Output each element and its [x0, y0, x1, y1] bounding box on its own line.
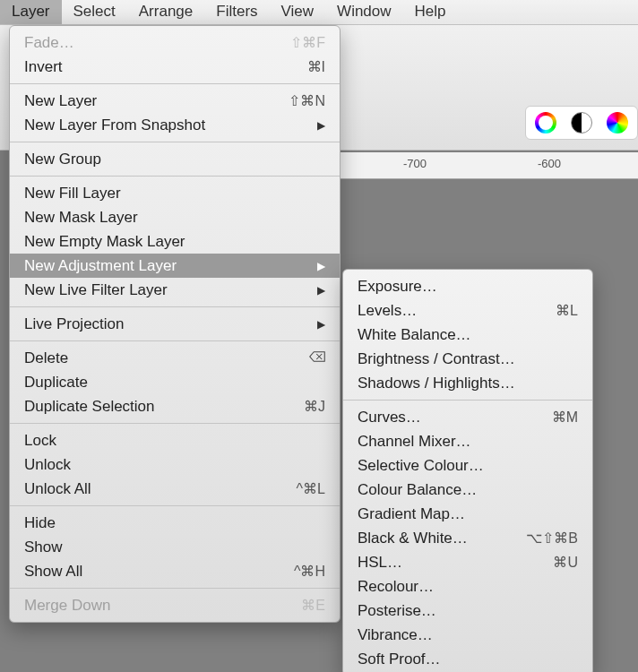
submenu-item-gradient-map[interactable]: Gradient Map…	[343, 502, 592, 526]
submenu-item-colour-balance[interactable]: Colour Balance…	[343, 478, 592, 502]
menu-item-new-layer[interactable]: New Layer⇧⌘N	[10, 89, 340, 113]
separator	[10, 306, 340, 307]
menu-item-label: Show	[24, 538, 325, 556]
menu-item-label: Hide	[24, 514, 325, 532]
separator	[10, 588, 340, 589]
color-solid-icon[interactable]	[607, 112, 628, 134]
menu-item-label: New Mask Layer	[24, 209, 325, 227]
menu-item-label: HSL…	[358, 554, 553, 572]
ruler-tick: -700	[403, 157, 427, 170]
menu-item-label: Duplicate	[24, 374, 325, 392]
menu-item-label: Lock	[24, 432, 325, 450]
new-adjustment-layer-submenu: Exposure…Levels…⌘LWhite Balance…Brightne…	[342, 269, 593, 672]
menu-item-new-fill-layer[interactable]: New Fill Layer	[10, 181, 340, 205]
menu-item-duplicate-selection[interactable]: Duplicate Selection⌘J	[10, 394, 340, 418]
submenu-item-shadows-highlights[interactable]: Shadows / Highlights…	[343, 371, 592, 395]
layer-menu: Fade…⇧⌘FInvert⌘INew Layer⇧⌘NNew Layer Fr…	[9, 25, 341, 623]
menubar-item-view[interactable]: View	[270, 0, 326, 24]
shortcut-label: ⇧⌘N	[289, 92, 325, 109]
menu-item-hide[interactable]: Hide	[10, 511, 340, 535]
submenu-item-vibrance[interactable]: Vibrance…	[343, 623, 592, 647]
submenu-item-hsl[interactable]: HSL…⌘U	[343, 550, 592, 574]
submenu-item-curves[interactable]: Curves…⌘M	[343, 405, 592, 429]
menu-item-show-all[interactable]: Show All^⌘H	[10, 559, 340, 583]
menu-item-label: Recolour…	[358, 578, 578, 596]
menu-item-show[interactable]: Show	[10, 535, 340, 559]
submenu-item-recolour[interactable]: Recolour…	[343, 574, 592, 599]
shortcut-label: ⌘U	[553, 554, 578, 571]
submenu-arrow-icon: ▶	[317, 119, 325, 132]
menu-item-new-group[interactable]: New Group	[10, 147, 340, 171]
menu-item-label: New Layer From Snapshot	[24, 116, 310, 134]
menu-item-lock[interactable]: Lock	[10, 428, 340, 452]
menubar-item-window[interactable]: Window	[325, 0, 402, 24]
shortcut-label: ⌘E	[301, 597, 325, 614]
submenu-item-black-white[interactable]: Black & White…⌥⇧⌘B	[343, 526, 592, 550]
menu-item-label: Delete	[24, 349, 309, 367]
separator	[10, 505, 340, 506]
menu-item-unlock[interactable]: Unlock	[10, 452, 340, 477]
menu-item-unlock-all[interactable]: Unlock All^⌘L	[10, 477, 340, 501]
submenu-item-white-balance[interactable]: White Balance…	[343, 323, 592, 347]
menu-item-label: Duplicate Selection	[24, 398, 304, 416]
menu-item-label: Show All	[24, 563, 294, 581]
submenu-item-posterise[interactable]: Posterise…	[343, 599, 592, 623]
menu-item-label: Live Projection	[24, 315, 310, 333]
menu-item-label: Posterise…	[358, 602, 578, 620]
menu-item-label: New Fill Layer	[24, 185, 325, 202]
menu-item-label: Vibrance…	[358, 626, 578, 644]
shortcut-label: ^⌘L	[297, 480, 325, 497]
menu-item-label: Merge Down	[24, 597, 301, 615]
menu-item-label: Fade…	[24, 34, 290, 52]
menubar-item-help[interactable]: Help	[403, 0, 458, 24]
menu-item-duplicate[interactable]: Duplicate	[10, 370, 340, 394]
menu-item-label: Colour Balance…	[358, 481, 578, 499]
menu-item-merge-down: Merge Down⌘E	[10, 593, 340, 617]
color-wheel-icon[interactable]	[535, 112, 556, 134]
bw-icon[interactable]	[571, 112, 592, 134]
menu-item-label: New Empty Mask Layer	[24, 233, 325, 251]
separator	[10, 83, 340, 84]
menu-item-label: Levels…	[358, 302, 556, 320]
menu-item-label: New Layer	[24, 92, 289, 110]
submenu-item-selective-colour[interactable]: Selective Colour…	[343, 453, 592, 478]
submenu-item-channel-mixer[interactable]: Channel Mixer…	[343, 429, 592, 453]
menu-item-new-live-filter-layer[interactable]: New Live Filter Layer▶	[10, 278, 340, 302]
shortcut-label: ⌘M	[552, 409, 578, 426]
shortcut-label: ^⌘H	[294, 563, 325, 580]
submenu-arrow-icon: ▶	[317, 318, 325, 331]
menu-item-label: Gradient Map…	[358, 505, 578, 523]
submenu-item-levels[interactable]: Levels…⌘L	[343, 298, 592, 323]
menu-item-delete[interactable]: Delete	[10, 346, 340, 370]
menu-item-label: New Live Filter Layer	[24, 281, 310, 299]
separator	[10, 142, 340, 142]
menu-item-label: Selective Colour…	[358, 457, 578, 475]
menu-item-label: Unlock	[24, 456, 325, 474]
menu-item-label: Brightness / Contrast…	[358, 350, 578, 368]
menu-item-live-projection[interactable]: Live Projection▶	[10, 312, 340, 336]
menu-item-label: Invert	[24, 58, 307, 76]
delete-icon	[309, 350, 325, 366]
menu-item-new-mask-layer[interactable]: New Mask Layer	[10, 205, 340, 229]
menu-item-new-layer-from-snapshot[interactable]: New Layer From Snapshot▶	[10, 113, 340, 137]
shortcut-label: ⌥⇧⌘B	[526, 530, 578, 547]
menu-item-label: Soft Proof…	[358, 650, 578, 668]
menu-item-label: Exposure…	[358, 278, 578, 296]
menu-item-label: Curves…	[358, 409, 552, 426]
menu-item-label: Shadows / Highlights…	[358, 375, 578, 392]
submenu-item-exposure[interactable]: Exposure…	[343, 274, 592, 298]
menu-item-new-adjustment-layer[interactable]: New Adjustment Layer▶	[10, 254, 340, 278]
shortcut-label: ⇧⌘F	[290, 34, 325, 51]
menu-item-invert[interactable]: Invert⌘I	[10, 55, 340, 79]
menubar-item-select[interactable]: Select	[62, 0, 127, 24]
menubar-item-layer[interactable]: Layer	[0, 0, 62, 24]
menu-item-new-empty-mask-layer[interactable]: New Empty Mask Layer	[10, 229, 340, 254]
menu-item-label: New Adjustment Layer	[24, 257, 310, 275]
color-mode-pill	[525, 106, 638, 140]
menubar-item-filters[interactable]: Filters	[204, 0, 269, 24]
menu-item-label: Channel Mixer…	[358, 433, 578, 451]
menubar-item-arrange[interactable]: Arrange	[127, 0, 204, 24]
shortcut-label: ⌘L	[556, 302, 578, 319]
submenu-item-brightness-contrast[interactable]: Brightness / Contrast…	[343, 347, 592, 371]
submenu-item-soft-proof[interactable]: Soft Proof…	[343, 647, 592, 671]
